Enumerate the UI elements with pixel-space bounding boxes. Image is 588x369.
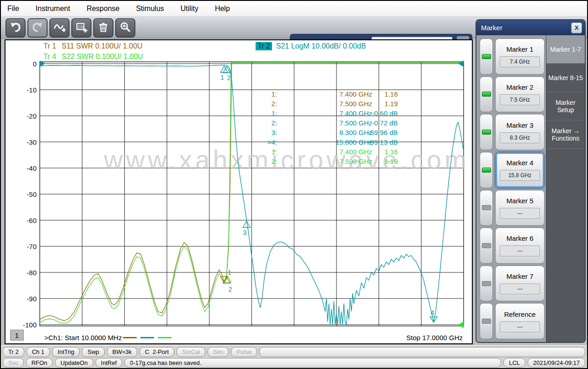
zoom-button[interactable] <box>115 18 135 38</box>
marker-button-value: --- <box>500 321 540 332</box>
menu-utility[interactable]: Utility <box>181 5 198 13</box>
tab-marker-setup[interactable]: Marker Setup <box>546 92 585 120</box>
marker-readout: 7.500 GHz <box>339 100 372 108</box>
marker-toggle-8[interactable] <box>480 303 493 339</box>
close-button[interactable]: X <box>571 22 582 33</box>
menu-stimulus[interactable]: Stimulus <box>136 5 164 13</box>
led-on-icon <box>482 92 491 97</box>
zoom-icon <box>119 21 131 35</box>
led-off-icon <box>482 205 491 210</box>
led-on-icon <box>482 130 491 135</box>
marker-toggle-1[interactable] <box>480 38 493 75</box>
status-rfon[interactable]: RFOn <box>26 358 53 368</box>
marker-row: Marker 27.5 GHz <box>480 76 545 113</box>
marker-button-value: 8.3 GHz <box>500 132 540 143</box>
marker-panel-header: Marker X <box>476 20 585 35</box>
marker-toggle-5[interactable] <box>480 190 493 226</box>
status-tr-2[interactable]: Tr 2 <box>3 347 24 357</box>
marker-toggle-4[interactable] <box>480 152 493 188</box>
status-swp[interactable]: Swp <box>82 347 104 357</box>
marker-panel: Marker X Marker 17.4 GHzMarker 27.5 GHzM… <box>476 19 586 343</box>
y-axis-tick: -80 <box>27 269 37 277</box>
y-axis-tick: 0 <box>33 60 37 68</box>
tab-marker-8-15[interactable]: Marker 8-15 <box>546 64 585 92</box>
tab-marker-1-7[interactable]: Marker 1-7 <box>546 35 585 64</box>
marker-button-label: Marker 2 <box>506 83 533 91</box>
marker-readout: 2: <box>271 157 277 165</box>
s21-marker-3-label: 3 <box>243 229 246 236</box>
marker-readout: -59.96 dB <box>368 129 398 136</box>
tab-marker-functions[interactable]: Marker → Functions <box>546 120 585 149</box>
menu-bar: FileInstrumentResponseStimulusUtilityHel… <box>1 1 587 16</box>
marker-button-value: --- <box>500 283 540 294</box>
status-updateon[interactable]: UpdateOn <box>55 358 93 368</box>
marker-readout: 7.500 GHz <box>339 119 372 127</box>
status-ch-1[interactable]: Ch 1 <box>27 347 50 357</box>
marker-button-value: 15.8 GHz <box>500 170 540 181</box>
marker-button-marker-6[interactable]: Marker 6--- <box>495 228 545 264</box>
redo-button[interactable] <box>27 18 48 38</box>
marker-button-reference[interactable]: Reference--- <box>495 303 545 339</box>
status-svc[interactable]: Svc <box>3 358 24 368</box>
marker-button-marker-4[interactable]: Marker 415.8 GHz <box>495 152 545 188</box>
marker-toggle-3[interactable] <box>480 114 493 150</box>
marker-toggle-2[interactable] <box>480 76 493 113</box>
y-axis-tick: -20 <box>27 112 37 120</box>
watermark: www.xahxmicrowave.com <box>103 145 470 174</box>
plot-canvas[interactable]: 0-10-20-30-40-50-60-70-80-90-100www.xahx… <box>5 40 472 343</box>
status-srccal[interactable]: SrcCal <box>176 347 205 357</box>
marker-readout: 1.19 <box>385 100 398 108</box>
led-off-icon <box>482 281 491 286</box>
reference-level-pointer <box>458 321 464 328</box>
marker-button-marker-5[interactable]: Marker 5--- <box>495 190 545 226</box>
status-sim[interactable]: Sim <box>208 347 229 357</box>
menu-response[interactable]: Response <box>86 5 119 13</box>
add-channel-icon: Ch <box>75 21 87 35</box>
y-axis-tick: -10 <box>27 86 37 94</box>
marker-button-marker-7[interactable]: Marker 7--- <box>495 266 545 302</box>
menu-file[interactable]: File <box>7 5 19 13</box>
marker-button-marker-2[interactable]: Marker 27.5 GHz <box>495 76 545 113</box>
delete-button[interactable] <box>93 18 113 38</box>
close-icon: X <box>575 24 579 31</box>
plot-box: Tr 1 S11 SWR 0.100U/ 1.00U Tr 4 S22 SWR … <box>5 39 473 344</box>
marker-button-marker-3[interactable]: Marker 38.3 GHz <box>495 114 545 150</box>
undo-button[interactable] <box>5 18 26 38</box>
s21-marker-4-label: 4 <box>431 309 434 316</box>
marker-button-marker-1[interactable]: Marker 17.4 GHz <box>495 38 545 75</box>
marker-toggle-7[interactable] <box>480 266 493 302</box>
add-trace-icon <box>53 21 65 35</box>
marker-button-label: Marker 5 <box>506 197 533 205</box>
marker-toggle-6[interactable] <box>480 228 493 264</box>
marker-readout: 2: <box>271 119 277 127</box>
reference-level-pointer <box>458 60 464 67</box>
status-bar: Tr 2Ch 1IntTrigSwpBW=3kC 2-PortSrcCalSim… <box>1 345 587 369</box>
status-c-2-port[interactable]: C 2-Port <box>139 347 174 357</box>
marker-readout: 8.300 GHz <box>339 129 372 136</box>
marker-readout: -0.60 dB <box>372 109 398 117</box>
lcl-button[interactable]: LCL <box>503 358 525 368</box>
marker-button-value: 7.4 GHz <box>500 56 540 67</box>
marker-readout: 15.800 GHz <box>336 138 372 146</box>
swr-marker-1-label: 1 <box>228 269 231 276</box>
status-bw-3k[interactable]: BW=3k <box>107 347 137 357</box>
marker-readout: -0.72 dB <box>372 119 398 127</box>
marker-readout: 1.16 <box>385 90 398 98</box>
led-off-icon <box>482 319 491 324</box>
led-on-icon <box>482 54 491 59</box>
marker-row: Marker 415.8 GHz <box>480 152 545 188</box>
status-spare-field <box>259 347 585 357</box>
y-axis-tick: -100 <box>23 321 37 329</box>
s21-marker-2-label: 2 <box>227 74 231 81</box>
start-frequency-label: >Ch1: Start 10.0000 MHz <box>44 334 122 342</box>
add-trace-button[interactable] <box>49 18 69 38</box>
status-inttrig[interactable]: IntTrig <box>52 347 80 357</box>
status-intref[interactable]: IntRef <box>96 358 123 368</box>
led-off-icon <box>482 243 491 248</box>
add-channel-button[interactable]: Ch <box>71 18 91 38</box>
menu-instrument[interactable]: Instrument <box>36 5 70 13</box>
menu-help[interactable]: Help <box>215 5 230 13</box>
status-pulse[interactable]: Pulse <box>231 347 257 357</box>
marker-row: Marker 17.4 GHz <box>480 38 545 75</box>
marker-readout: 7.400 GHz <box>339 109 372 117</box>
